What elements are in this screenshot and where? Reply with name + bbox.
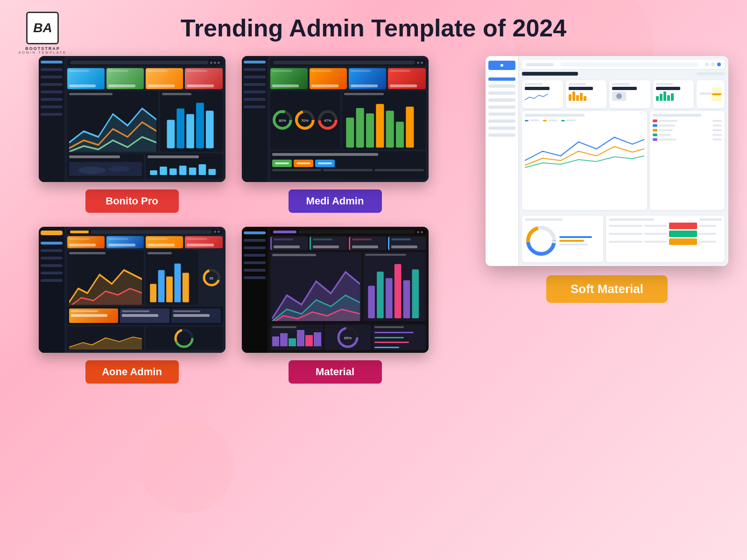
svg-point-8	[108, 166, 130, 172]
svg-rect-26	[356, 108, 364, 147]
svg-rect-29	[386, 111, 394, 147]
screenshot-bonito-pro	[39, 56, 226, 182]
logo-sub: ADMIN TEMPLATE	[19, 51, 67, 54]
label-medi-admin[interactable]: Medi Admin	[289, 189, 382, 213]
screenshot-aone-admin: 65	[39, 227, 226, 353]
svg-text:47%: 47%	[324, 119, 331, 123]
svg-rect-14	[199, 164, 206, 175]
card-bonito-pro[interactable]: Bonito Pro	[37, 56, 226, 213]
svg-marker-0	[69, 108, 157, 152]
logo-letters: BA	[33, 21, 52, 35]
page-title: Trending Admin Template of 2024	[181, 14, 566, 42]
card-material[interactable]: 65% Material	[240, 227, 430, 384]
logo-box: BA	[26, 12, 59, 44]
svg-rect-2	[177, 108, 185, 148]
card-medi-admin[interactable]: 80% 70% 47%	[240, 56, 430, 213]
svg-rect-34	[150, 284, 156, 303]
svg-rect-50	[377, 272, 384, 318]
svg-rect-9	[150, 170, 157, 175]
label-material[interactable]: Material	[289, 360, 382, 384]
logo-brand: BOOTSTRAP	[25, 46, 60, 51]
svg-rect-1	[167, 120, 175, 148]
svg-rect-27	[366, 113, 374, 147]
screenshot-material: 65%	[242, 227, 429, 353]
label-bonito-pro[interactable]: Bonito Pro	[85, 189, 179, 213]
bg-decoration-2	[140, 420, 233, 513]
svg-text:65: 65	[210, 277, 213, 280]
svg-text:70%: 70%	[301, 119, 309, 123]
screenshot-soft-material	[486, 56, 728, 266]
svg-rect-36	[166, 277, 173, 302]
label-soft-material[interactable]: Soft Material	[546, 275, 668, 303]
logo: BA BOOTSTRAP ADMIN TEMPLATE	[19, 12, 67, 54]
svg-rect-5	[206, 111, 214, 148]
svg-text:65%: 65%	[344, 336, 352, 340]
svg-rect-3	[186, 114, 194, 148]
svg-rect-38	[183, 273, 189, 302]
cards-grid: Bonito Pro	[19, 47, 448, 393]
svg-rect-54	[412, 270, 419, 319]
soft-material-container[interactable]: Soft Material	[486, 56, 728, 303]
svg-rect-15	[208, 169, 216, 175]
svg-rect-37	[175, 264, 181, 302]
svg-text:80%: 80%	[278, 119, 286, 123]
svg-rect-13	[189, 168, 197, 175]
svg-rect-28	[376, 104, 384, 148]
svg-rect-4	[196, 103, 204, 148]
screenshot-medi-admin: 80% 70% 47%	[242, 56, 429, 182]
svg-rect-31	[406, 106, 414, 147]
svg-rect-49	[368, 286, 375, 319]
svg-rect-10	[160, 167, 167, 175]
svg-rect-53	[403, 280, 410, 318]
svg-rect-52	[395, 264, 402, 318]
label-aone-admin[interactable]: Aone Admin	[85, 360, 179, 384]
card-aone-admin[interactable]: 65	[37, 227, 226, 384]
svg-rect-30	[396, 122, 404, 148]
svg-rect-11	[169, 168, 177, 175]
svg-rect-35	[158, 270, 165, 302]
svg-rect-12	[179, 166, 187, 175]
header: BA BOOTSTRAP ADMIN TEMPLATE Trending Adm…	[0, 0, 747, 47]
svg-point-7	[78, 167, 106, 174]
svg-rect-51	[386, 278, 393, 318]
svg-rect-25	[346, 118, 354, 147]
